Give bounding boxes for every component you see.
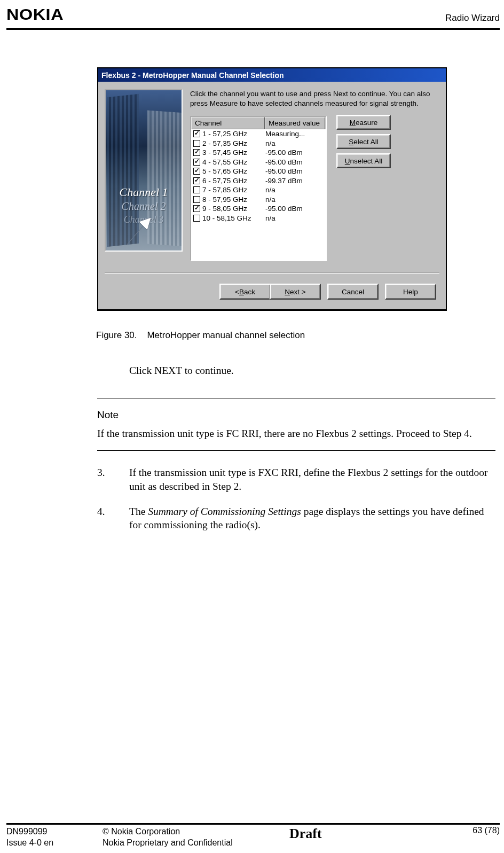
dialog-instruction: Click the channel you want to use and pr… bbox=[190, 89, 439, 108]
back-button[interactable]: < Back bbox=[219, 284, 271, 300]
channel-checkbox[interactable] bbox=[193, 140, 200, 147]
wizard-button-row: < Back Next > Cancel Help bbox=[98, 274, 446, 309]
channel-checkbox[interactable] bbox=[193, 130, 200, 137]
classification: Nokia Proprietary and Confidential bbox=[103, 837, 241, 849]
channel-row[interactable]: 3 - 57,45 GHz-95.00 dBm bbox=[191, 148, 326, 158]
step-list: 3. If the transmission unit type is FXC … bbox=[97, 466, 495, 531]
step-number: 4. bbox=[97, 505, 129, 532]
issue: Issue 4-0 en bbox=[6, 837, 103, 849]
measured-value: -95.00 dBm bbox=[265, 158, 325, 166]
doc-id: DN999099 bbox=[6, 826, 103, 838]
measured-value: n/a bbox=[265, 214, 325, 222]
channel-row[interactable]: 2 - 57,35 GHzn/a bbox=[191, 139, 326, 148]
step-text: If the transmission unit type is FXC RRI… bbox=[129, 466, 495, 493]
dialog-titlebar: Flexbus 2 - MetroHopper Manual Channel S… bbox=[98, 68, 446, 82]
channel-row[interactable]: 8 - 57,95 GHzn/a bbox=[191, 195, 326, 205]
measured-value: -95.00 dBm bbox=[265, 148, 325, 156]
channel-checkbox[interactable] bbox=[193, 215, 200, 222]
header-rule-thin bbox=[6, 29, 500, 30]
measured-value: n/a bbox=[265, 139, 325, 147]
channel-row[interactable]: 7 - 57,85 GHzn/a bbox=[191, 185, 326, 195]
draft-watermark: Draft bbox=[289, 824, 322, 843]
cancel-button[interactable]: Cancel bbox=[327, 284, 379, 300]
channel-row[interactable]: 10 - 58,15 GHzn/a bbox=[191, 214, 326, 223]
channel-label: 7 - 57,85 GHz bbox=[202, 186, 265, 194]
figure-caption-text: MetroHopper manual channel selection bbox=[147, 330, 305, 340]
arrow-icon bbox=[122, 215, 159, 247]
channel-checkbox[interactable] bbox=[193, 159, 200, 166]
channel-checkbox[interactable] bbox=[193, 186, 200, 193]
column-header-channel[interactable]: Channel bbox=[191, 117, 265, 129]
wizard-side-image: Channel 1 Channel 2 Channel 3 bbox=[105, 89, 183, 252]
channel-checkbox[interactable] bbox=[193, 177, 200, 184]
channel-checkbox[interactable] bbox=[193, 205, 200, 212]
listview-header: Channel Measured value bbox=[191, 117, 326, 129]
step-item-3: 3. If the transmission unit type is FXC … bbox=[97, 466, 495, 493]
channel-row[interactable]: 4 - 57,55 GHz-95.00 dBm bbox=[191, 158, 326, 167]
click-next-text: Click NEXT to continue. bbox=[129, 364, 495, 378]
side-image-label-1: Channel 1 bbox=[106, 185, 182, 199]
select-all-button[interactable]: Select All bbox=[336, 134, 391, 149]
step-text: The Summary of Commissioning Settings pa… bbox=[129, 505, 495, 532]
svg-marker-0 bbox=[127, 217, 151, 245]
step-item-4: 4. The Summary of Commissioning Settings… bbox=[97, 505, 495, 532]
measured-value: n/a bbox=[265, 186, 325, 194]
step-number: 3. bbox=[97, 466, 129, 493]
channel-row[interactable]: 9 - 58,05 GHz-95.00 dBm bbox=[191, 204, 326, 214]
channel-label: 3 - 57,45 GHz bbox=[202, 148, 265, 156]
dialog-window: Flexbus 2 - MetroHopper Manual Channel S… bbox=[97, 67, 447, 311]
channel-checkbox[interactable] bbox=[193, 168, 200, 175]
side-image-label-2: Channel 2 bbox=[106, 200, 182, 213]
channel-label: 9 - 58,05 GHz bbox=[202, 205, 265, 213]
measured-value: Measuring... bbox=[265, 130, 325, 138]
channel-label: 4 - 57,55 GHz bbox=[202, 158, 265, 166]
channel-row[interactable]: 5 - 57,65 GHz-95.00 dBm bbox=[191, 167, 326, 176]
channel-label: 6 - 57,75 GHz bbox=[202, 177, 265, 185]
figure-screenshot: Flexbus 2 - MetroHopper Manual Channel S… bbox=[97, 67, 495, 341]
dialog-title: Flexbus 2 - MetroHopper Manual Channel S… bbox=[101, 71, 284, 80]
note-block: Note If the transmission unit type is FC… bbox=[97, 398, 495, 451]
footer-rule bbox=[6, 823, 500, 825]
channel-row[interactable]: 6 - 57,75 GHz-99.37 dBm bbox=[191, 176, 326, 186]
section-title: Radio Wizard bbox=[445, 13, 500, 24]
page-number: 63 (78) bbox=[457, 826, 500, 835]
next-button[interactable]: Next > bbox=[270, 284, 321, 300]
note-rule-top bbox=[97, 398, 495, 398]
measure-button[interactable]: Measure bbox=[336, 115, 391, 130]
channel-label: 10 - 58,15 GHz bbox=[202, 214, 265, 222]
copyright: © Nokia Corporation bbox=[103, 826, 241, 838]
channel-checkbox[interactable] bbox=[193, 196, 200, 203]
channel-row[interactable]: 1 - 57,25 GHzMeasuring... bbox=[191, 129, 326, 139]
column-header-measured[interactable]: Measured value bbox=[265, 117, 325, 129]
footer-mid: © Nokia Corporation Nokia Proprietary an… bbox=[103, 826, 241, 849]
nokia-logo: NOKIA bbox=[6, 5, 64, 24]
measured-value: -95.00 dBm bbox=[265, 167, 325, 175]
page-header: NOKIA Radio Wizard bbox=[6, 5, 500, 26]
help-button[interactable]: Help bbox=[385, 284, 436, 300]
page-footer: DN999099 Issue 4-0 en © Nokia Corporatio… bbox=[6, 821, 500, 849]
measured-value: -99.37 dBm bbox=[265, 177, 325, 185]
channel-label: 1 - 57,25 GHz bbox=[202, 130, 265, 138]
figure-caption: Figure 30. MetroHopper manual channel se… bbox=[96, 330, 495, 341]
figure-caption-label: Figure 30. bbox=[96, 330, 137, 340]
channel-label: 8 - 57,95 GHz bbox=[202, 195, 265, 204]
measured-value: n/a bbox=[265, 195, 325, 204]
measured-value: -95.00 dBm bbox=[265, 205, 325, 213]
channel-checkbox[interactable] bbox=[193, 149, 200, 156]
note-heading: Note bbox=[97, 409, 495, 421]
footer-left: DN999099 Issue 4-0 en bbox=[6, 826, 103, 849]
note-body: If the transmission unit type is FC RRI,… bbox=[97, 427, 495, 441]
channel-label: 5 - 57,65 GHz bbox=[202, 167, 265, 175]
note-rule-bottom bbox=[97, 450, 495, 451]
unselect-all-button[interactable]: Unselect All bbox=[336, 153, 391, 168]
channel-listview[interactable]: Channel Measured value 1 - 57,25 GHzMeas… bbox=[190, 116, 327, 261]
channel-label: 2 - 57,35 GHz bbox=[202, 139, 265, 147]
